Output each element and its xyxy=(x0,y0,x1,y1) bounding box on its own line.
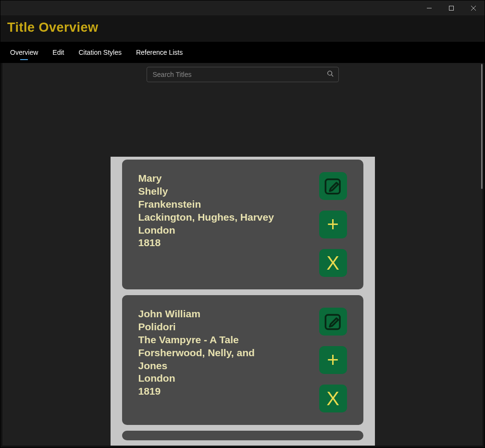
publisher: Lackington, Hughes, Harvey xyxy=(138,211,274,224)
author-first-name: John William xyxy=(138,308,283,321)
edit-button[interactable] xyxy=(319,308,347,336)
add-button[interactable]: + xyxy=(319,211,347,238)
close-icon xyxy=(471,6,476,11)
year: 1818 xyxy=(138,236,274,249)
delete-button[interactable]: X xyxy=(319,385,347,412)
plus-icon: + xyxy=(327,350,339,370)
tab-edit[interactable]: Edit xyxy=(47,44,70,61)
minimize-icon xyxy=(427,6,432,11)
maximize-icon xyxy=(449,6,454,11)
search-icon xyxy=(327,70,334,79)
search-container xyxy=(147,67,339,82)
svg-line-5 xyxy=(331,75,333,77)
edit-button[interactable] xyxy=(319,172,347,200)
card-actions: + X xyxy=(319,308,347,412)
plus-icon: + xyxy=(327,214,339,235)
page-title: Title Overview xyxy=(7,20,478,35)
author-last-name: Shelly xyxy=(138,185,274,198)
window-minimize-button[interactable] xyxy=(418,0,440,16)
window-close-button[interactable] xyxy=(462,0,485,16)
scrollbar-thumb[interactable] xyxy=(481,64,483,189)
edit-icon xyxy=(323,311,343,332)
year: 1819 xyxy=(138,385,283,398)
author-last-name: Polidori xyxy=(138,321,283,334)
card-text: John William Polidori The Vampyre - A Ta… xyxy=(138,308,283,398)
tab-overview[interactable]: Overview xyxy=(4,44,44,61)
add-button[interactable]: + xyxy=(319,346,347,374)
card-list: Mary Shelly Frankenstein Lackington, Hug… xyxy=(111,157,375,446)
title-card: John William Polidori The Vampyre - A Ta… xyxy=(122,295,363,425)
work-title: The Vampyre - A Tale xyxy=(138,334,283,347)
main-panel: Mary Shelly Frankenstein Lackington, Hug… xyxy=(2,63,483,446)
app-header: Title Overview xyxy=(0,15,485,42)
work-title: Frankenstein xyxy=(138,198,274,211)
delete-button[interactable]: X xyxy=(319,249,347,277)
city: London xyxy=(138,224,274,237)
publisher: Forsherwood, Nelly, and Jones xyxy=(138,347,283,373)
x-icon: X xyxy=(326,389,339,408)
edit-icon xyxy=(323,176,343,196)
city: London xyxy=(138,372,283,385)
svg-point-4 xyxy=(327,71,332,75)
tab-reference-lists[interactable]: Reference Lists xyxy=(130,44,188,61)
window-titlebar xyxy=(0,0,485,15)
window-maximize-button[interactable] xyxy=(440,0,462,16)
title-card: Mary Shelly Frankenstein Lackington, Hug… xyxy=(122,160,363,289)
tab-citation-styles[interactable]: Citation Styles xyxy=(73,44,127,61)
card-actions: + X xyxy=(319,172,347,277)
app-frame: Title Overview Overview Edit Citation St… xyxy=(0,15,485,448)
search-box[interactable] xyxy=(147,67,339,82)
tab-bar: Overview Edit Citation Styles Reference … xyxy=(0,42,485,63)
scrollbar-track[interactable] xyxy=(481,64,483,446)
search-input[interactable] xyxy=(152,70,327,79)
title-card xyxy=(122,431,363,440)
x-icon: X xyxy=(326,253,339,273)
svg-rect-1 xyxy=(449,6,454,10)
author-first-name: Mary xyxy=(138,172,274,185)
card-text: Mary Shelly Frankenstein Lackington, Hug… xyxy=(138,172,274,249)
